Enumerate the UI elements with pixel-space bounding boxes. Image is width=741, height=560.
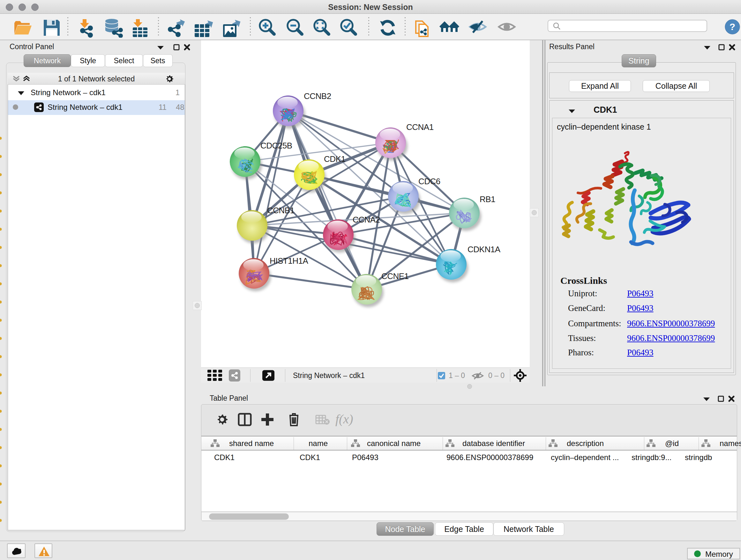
svg-text:CDC6: CDC6 bbox=[418, 177, 441, 186]
svg-text:CCNA2: CCNA2 bbox=[353, 215, 380, 225]
svg-text:?: ? bbox=[730, 21, 735, 32]
svg-text:RB1: RB1 bbox=[480, 194, 495, 204]
svg-text:CCNB1: CCNB1 bbox=[267, 206, 294, 215]
svg-text:CCNE1: CCNE1 bbox=[381, 271, 409, 281]
svg-text:HIST1H1A: HIST1H1A bbox=[270, 256, 308, 266]
svg-text:CCNB2: CCNB2 bbox=[304, 91, 331, 101]
svg-text:CCNA1: CCNA1 bbox=[406, 122, 434, 132]
svg-text:CDK1: CDK1 bbox=[324, 154, 345, 164]
svg-text:CDC25B: CDC25B bbox=[260, 141, 292, 150]
svg-text:CDKN1A: CDKN1A bbox=[468, 245, 501, 254]
